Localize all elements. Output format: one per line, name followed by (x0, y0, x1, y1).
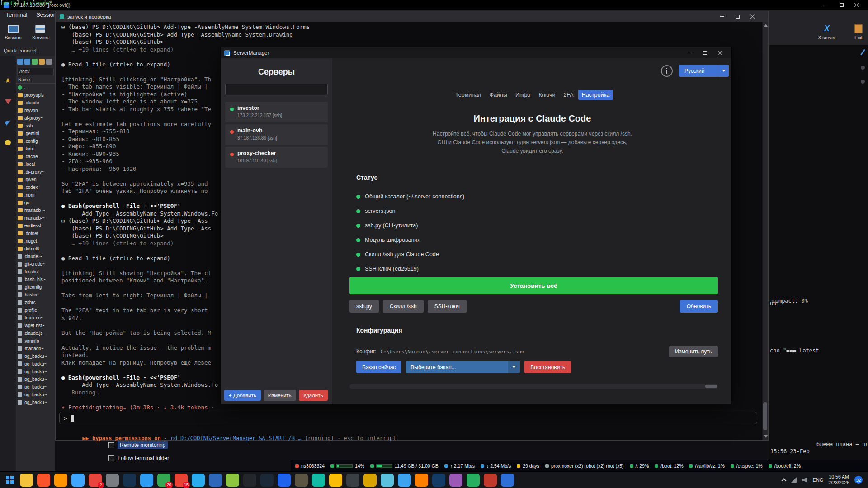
taskbar-app-icon[interactable] (54, 474, 67, 487)
tab[interactable]: 2FA (560, 90, 577, 100)
file-entry[interactable]: .. (16, 84, 55, 91)
file-entry[interactable]: .ssh (16, 122, 55, 130)
minimize-icon[interactable] (714, 12, 730, 21)
file-entry[interactable]: .bashrc (16, 291, 55, 299)
send-plane-icon[interactable] (4, 118, 11, 125)
close-icon[interactable] (712, 48, 728, 57)
column-header-name[interactable]: Name (16, 76, 55, 84)
toolbar-button[interactable]: X X server (815, 21, 839, 43)
server-list-item[interactable]: proxy-checker 161.97.118.40 [ssh] (225, 147, 328, 168)
file-entry[interactable]: ai-proxy~ (16, 114, 55, 122)
taskbar-app-icon[interactable] (346, 474, 359, 487)
server-list-item[interactable]: investor 173.212.212.157 [ssh] (225, 102, 328, 122)
taskbar-app-icon[interactable] (243, 474, 256, 487)
file-entry[interactable]: .bash_his~ (16, 276, 55, 283)
language-indicator[interactable]: ENG (812, 477, 823, 483)
taskbar-app-icon[interactable] (398, 474, 411, 487)
taskbar-app-icon[interactable] (37, 474, 50, 487)
checkbox-icon[interactable] (108, 442, 114, 448)
taskbar-app-icon[interactable] (295, 474, 308, 487)
pen-icon[interactable] (860, 49, 865, 55)
taskbar-app-icon[interactable]: 20 (157, 474, 170, 487)
taskbar-app-icon[interactable]: 15 (175, 474, 188, 487)
taskbar-app-icon[interactable] (71, 474, 85, 487)
server-search-input[interactable] (225, 84, 328, 95)
taskbar-app-icon[interactable] (106, 474, 119, 487)
file-entry[interactable]: mariadb-~ (16, 206, 55, 214)
file-entry[interactable]: .claude.js~ (16, 329, 55, 337)
file-entry[interactable]: .claude (16, 99, 55, 107)
sidebar-tool-icon[interactable] (32, 59, 38, 65)
taskbar-app-icon[interactable] (363, 474, 377, 487)
strip-dot-icon[interactable] (861, 80, 865, 84)
taskbar-app-icon[interactable]: 2 (89, 474, 102, 487)
file-entry[interactable]: .zshrc (16, 299, 55, 306)
file-entry[interactable]: dotnet9 (16, 245, 55, 253)
add-server-button[interactable]: + Добавить (224, 390, 261, 401)
language-select[interactable]: Русский (679, 65, 729, 77)
file-entry[interactable]: .qwen (16, 176, 55, 183)
file-entry[interactable]: .codex (16, 183, 55, 191)
start-button[interactable] (2, 473, 18, 487)
file-entry[interactable]: .di-proxy~ (16, 168, 55, 176)
file-entry[interactable]: .git-crede~ (16, 260, 55, 268)
toolbar-button[interactable]: Servers (28, 21, 52, 43)
checkbox-icon[interactable] (108, 455, 114, 461)
taskbar-app-icon[interactable] (329, 474, 342, 487)
file-entry[interactable]: .local (16, 160, 55, 168)
file-entry[interactable]: log_backu~ (16, 368, 55, 375)
taskbar-app-icon[interactable] (123, 474, 136, 487)
file-entry[interactable]: go (16, 199, 55, 206)
file-entry[interactable]: log_backu~ (16, 375, 55, 383)
sidebar-tool-icon[interactable] (46, 59, 52, 65)
follow-terminal-folder-option[interactable]: Follow terminal folder (108, 455, 169, 461)
install-all-button[interactable]: Установить всё (349, 277, 718, 294)
file-entry[interactable]: .gitconfig (16, 283, 55, 291)
claude-input-box[interactable]: > (59, 412, 757, 424)
taskbar-app-icon[interactable] (467, 474, 480, 487)
delete-server-button[interactable]: Удалить (299, 390, 328, 401)
file-entry[interactable]: endlessh (16, 222, 55, 230)
tab[interactable]: Терминал (452, 90, 485, 100)
horizontal-scrollbar[interactable] (349, 384, 718, 389)
close-icon[interactable] (745, 12, 760, 21)
taskbar-app-icon[interactable] (432, 474, 445, 487)
current-path[interactable]: /root/ (17, 68, 54, 75)
tab[interactable]: Ключи (535, 90, 559, 100)
minimize-icon[interactable] (818, 0, 834, 9)
plugin-dot-icon[interactable] (5, 140, 11, 145)
file-entry[interactable]: log_backu~ (16, 360, 55, 368)
network-icon[interactable] (791, 477, 797, 483)
scrollbar-thumb[interactable] (763, 402, 767, 430)
taskbar-app-icon[interactable] (312, 474, 325, 487)
close-icon[interactable] (849, 0, 864, 9)
server-list-item[interactable]: main-ovh 37.187.136.86 [ssh] (225, 124, 328, 145)
file-entry[interactable]: log_backu~ (16, 391, 55, 399)
file-entry[interactable]: proxyapis (16, 91, 55, 99)
file-entry[interactable]: .mariadb~ (16, 345, 55, 352)
taskbar-app-icon[interactable] (278, 474, 291, 487)
taskbar-app-icon[interactable] (192, 474, 205, 487)
notification-center-badge[interactable]: 32 (854, 476, 863, 484)
volume-icon[interactable] (802, 477, 807, 483)
taskbar-app-icon[interactable] (20, 474, 33, 487)
remote-monitoring-option[interactable]: Remote monitoring (108, 441, 168, 449)
tab[interactable]: Файлы (486, 90, 511, 100)
taskbar-app-icon[interactable] (449, 474, 462, 487)
menu-terminal[interactable]: Terminal (2, 11, 31, 19)
tab[interactable]: Инфо (512, 90, 534, 100)
toolbar-button[interactable]: Session (1, 21, 25, 43)
file-entry[interactable]: .npm (16, 191, 55, 199)
sidebar-tool-icon[interactable] (39, 59, 45, 65)
terminal-titlebar[interactable]: запуск и проверка (56, 11, 768, 22)
scrollbar-thumb[interactable] (705, 385, 717, 388)
scroll-down-icon[interactable] (764, 435, 768, 438)
file-entry[interactable]: .lesshst (16, 268, 55, 276)
taskbar-app-icon[interactable] (260, 474, 274, 487)
file-entry[interactable]: .profile (16, 306, 55, 314)
sidebar-tool-icon[interactable] (17, 59, 23, 65)
file-entry[interactable]: log_backu~ (16, 399, 55, 406)
component-button[interactable]: SSH-ключ (428, 300, 467, 313)
edit-server-button[interactable]: Изменить (264, 390, 296, 401)
toolbar-button[interactable]: Exit (846, 21, 868, 43)
